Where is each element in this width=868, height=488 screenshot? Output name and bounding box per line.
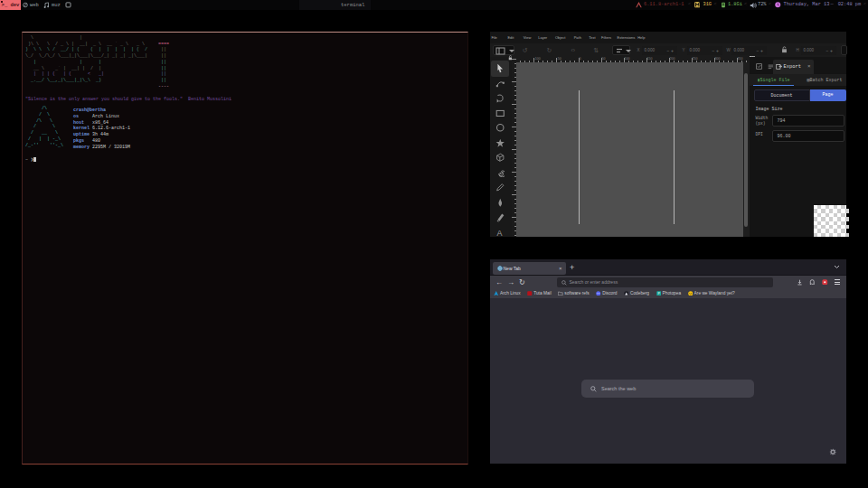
svg-text:A: A <box>496 228 502 237</box>
